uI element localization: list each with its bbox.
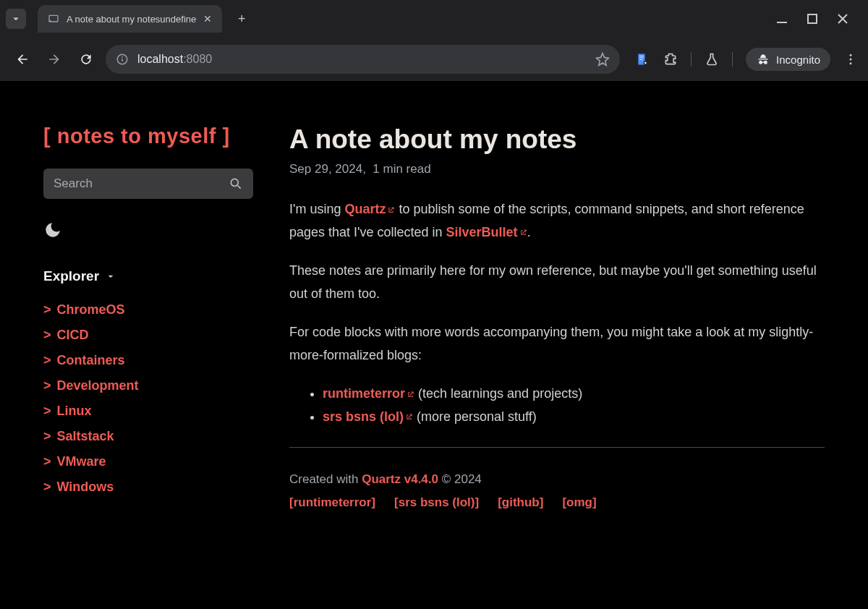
reload-button[interactable] bbox=[74, 47, 98, 72]
blog-link-desc: (more personal stuff) bbox=[413, 409, 537, 424]
chevron-right-icon: > bbox=[43, 404, 51, 419]
article-readtime: 1 min read bbox=[373, 162, 430, 176]
tab-close-button[interactable]: ✕ bbox=[203, 13, 212, 25]
incognito-label: Incognito bbox=[776, 54, 820, 66]
blog-link-list: runtimeterror (tech learnings and projec… bbox=[323, 383, 825, 428]
theme-toggle[interactable] bbox=[43, 221, 260, 239]
site-title[interactable]: [ notes to myself ] bbox=[43, 124, 260, 148]
toolbar-right-icons: Incognito bbox=[636, 48, 858, 71]
footer-credit: Created with Quartz v4.4.0 © 2024 bbox=[289, 472, 825, 487]
browser-chrome: A note about my notesundefine ✕ + localh… bbox=[0, 0, 868, 81]
paragraph: I'm using Quartz to publish some of the … bbox=[289, 198, 825, 244]
tab-title: A note about my notesundefine bbox=[67, 14, 196, 25]
explorer-list: >ChromeOS>CICD>Containers>Development>Li… bbox=[43, 297, 260, 500]
external-link-icon bbox=[405, 413, 413, 421]
search-box[interactable] bbox=[43, 169, 253, 199]
blog-link[interactable]: runtimeterror bbox=[323, 386, 414, 401]
search-icon bbox=[229, 176, 243, 191]
svg-rect-1 bbox=[777, 22, 787, 23]
back-button[interactable] bbox=[10, 47, 35, 72]
labs-flask-icon[interactable] bbox=[705, 52, 719, 67]
chevron-right-icon: > bbox=[43, 454, 51, 469]
incognito-badge[interactable]: Incognito bbox=[746, 48, 830, 71]
paragraph: For code blocks with more words accompan… bbox=[289, 321, 825, 367]
forward-button[interactable] bbox=[42, 47, 67, 72]
link-silverbullet[interactable]: SilverBullet bbox=[446, 225, 527, 239]
chevron-right-icon: > bbox=[43, 378, 51, 393]
list-item: srs bsns (lol) (more personal stuff) bbox=[323, 406, 825, 429]
chevron-right-icon: > bbox=[43, 480, 51, 495]
footer-link[interactable]: [runtimeterror] bbox=[289, 495, 375, 510]
search-input[interactable] bbox=[54, 176, 229, 191]
explorer-item[interactable]: >CICD bbox=[43, 323, 260, 348]
window-controls bbox=[777, 14, 862, 24]
separator bbox=[289, 447, 825, 448]
tab-search-dropdown[interactable] bbox=[6, 9, 26, 29]
chevron-right-icon: > bbox=[43, 353, 51, 368]
explorer-toggle[interactable]: Explorer bbox=[43, 268, 260, 284]
svg-point-8 bbox=[850, 54, 852, 56]
maximize-button[interactable] bbox=[807, 14, 817, 24]
explorer-item-label: Containers bbox=[57, 353, 125, 368]
list-item: runtimeterror (tech learnings and projec… bbox=[323, 383, 825, 406]
footer-link[interactable]: [github] bbox=[498, 495, 543, 510]
browser-toolbar: localhost:8080 Incognito bbox=[0, 38, 868, 81]
article-body: I'm using Quartz to publish some of the … bbox=[289, 198, 825, 510]
page-favicon bbox=[48, 13, 59, 25]
explorer-item-label: Development bbox=[57, 378, 139, 393]
sidebar: [ notes to myself ] Explorer >ChromeOS>C… bbox=[43, 124, 260, 609]
link-quartz[interactable]: Quartz bbox=[344, 202, 395, 216]
bookmark-star-icon[interactable] bbox=[595, 52, 610, 67]
minimize-button[interactable] bbox=[777, 14, 787, 24]
explorer-item-label: ChromeOS bbox=[57, 302, 125, 318]
explorer-item[interactable]: >Development bbox=[43, 373, 260, 399]
explorer-item[interactable]: >VMware bbox=[43, 449, 260, 474]
footer-links: [runtimeterror][srs bsns (lol)][github][… bbox=[289, 495, 825, 510]
svg-rect-7 bbox=[762, 61, 764, 62]
address-bar[interactable]: localhost:8080 bbox=[106, 45, 620, 74]
external-link-icon bbox=[387, 206, 395, 214]
svg-point-11 bbox=[231, 179, 238, 186]
toolbar-divider bbox=[732, 52, 733, 67]
external-link-icon bbox=[407, 391, 414, 399]
chevron-right-icon: > bbox=[43, 429, 51, 444]
extensions-icon[interactable] bbox=[663, 52, 678, 67]
explorer-item[interactable]: >Windows bbox=[43, 474, 260, 500]
external-link-icon bbox=[519, 229, 527, 237]
blog-link-desc: (tech learnings and projects) bbox=[414, 386, 582, 401]
footer-link[interactable]: [srs bsns (lol)] bbox=[394, 495, 479, 510]
incognito-icon bbox=[756, 52, 770, 67]
link-quartz-version[interactable]: Quartz v4.4.0 bbox=[362, 472, 438, 486]
explorer-item-label: VMware bbox=[57, 454, 106, 469]
page-content: [ notes to myself ] Explorer >ChromeOS>C… bbox=[0, 81, 868, 609]
svg-point-10 bbox=[850, 62, 852, 64]
explorer-item-label: CICD bbox=[57, 328, 89, 343]
article: A note about my notes Sep 29, 2024, 1 mi… bbox=[289, 124, 825, 609]
url-host: localhost bbox=[137, 53, 183, 65]
explorer-item[interactable]: >Saltstack bbox=[43, 424, 260, 449]
blog-link[interactable]: srs bsns (lol) bbox=[323, 409, 413, 424]
article-meta: Sep 29, 2024, 1 min read bbox=[289, 162, 825, 176]
chevron-down-icon bbox=[105, 271, 116, 282]
explorer-item[interactable]: >ChromeOS bbox=[43, 297, 260, 323]
site-info-icon[interactable] bbox=[116, 53, 129, 66]
close-window-button[interactable] bbox=[838, 14, 848, 24]
explorer-item-label: Linux bbox=[57, 404, 92, 419]
reader-mode-icon[interactable] bbox=[636, 52, 650, 67]
svg-rect-5 bbox=[122, 56, 123, 58]
moon-icon bbox=[43, 221, 62, 239]
article-date: Sep 29, 2024, bbox=[289, 162, 366, 176]
browser-tab[interactable]: A note about my notesundefine ✕ bbox=[38, 5, 222, 33]
explorer-label: Explorer bbox=[43, 268, 99, 284]
explorer-item-label: Saltstack bbox=[57, 429, 114, 444]
paragraph: These notes are primarily here for my ow… bbox=[289, 260, 825, 305]
svg-point-9 bbox=[850, 59, 852, 61]
chevron-right-icon: > bbox=[43, 328, 51, 343]
toolbar-divider bbox=[691, 52, 692, 67]
menu-kebab-icon[interactable] bbox=[843, 52, 858, 67]
tab-strip: A note about my notesundefine ✕ + bbox=[0, 0, 868, 38]
explorer-item[interactable]: >Linux bbox=[43, 399, 260, 424]
new-tab-button[interactable]: + bbox=[231, 8, 252, 30]
footer-link[interactable]: [omg] bbox=[562, 495, 596, 510]
explorer-item[interactable]: >Containers bbox=[43, 348, 260, 373]
